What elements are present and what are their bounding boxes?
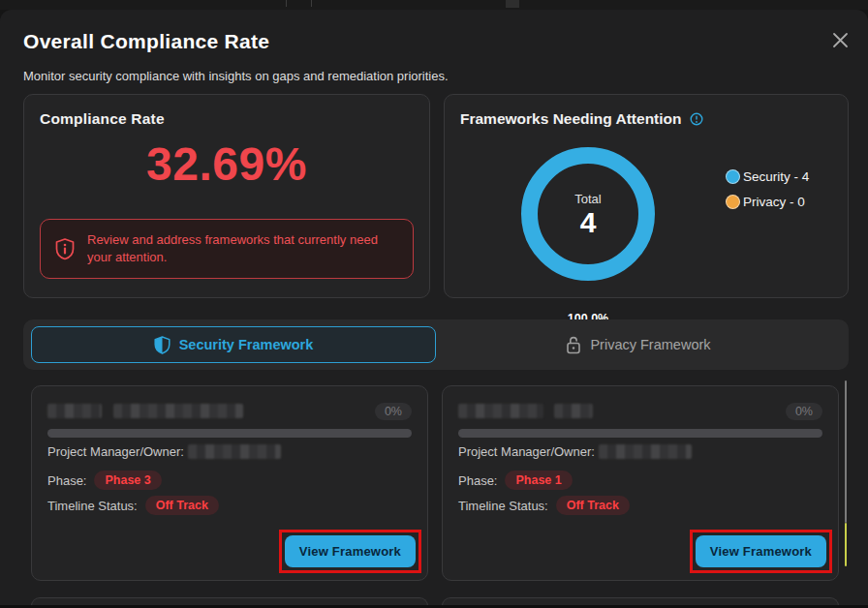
lock-icon: [566, 336, 581, 354]
page-title: Overall Compliance Rate: [23, 30, 269, 53]
progress-percent-badge: 0%: [375, 403, 412, 420]
timeline-status-label: Timeline Status:: [458, 499, 548, 513]
redacted-owner-name: [599, 444, 692, 459]
legend-item-privacy: Privacy - 0: [726, 195, 809, 209]
info-icon[interactable]: [690, 112, 703, 126]
shield-alert-icon: [54, 237, 76, 260]
framework-card: 0% Project Manager/Owner: Phase: Phase 1…: [442, 385, 839, 581]
card-title: Compliance Rate: [40, 110, 165, 128]
progress-bar: [458, 429, 822, 438]
owner-label: Project Manager/Owner:: [458, 444, 595, 459]
privacy-dot-icon: [726, 195, 740, 209]
close-icon[interactable]: [827, 27, 852, 52]
owner-label: Project Manager/Owner:: [47, 444, 184, 459]
background-divider: [286, 0, 287, 7]
redacted-framework-name: [47, 404, 102, 418]
donut-total-value: 4: [580, 208, 597, 237]
phase-label: Phase:: [47, 473, 86, 488]
redacted-owner-name: [188, 444, 281, 459]
annotation-highlight: View Framework: [279, 530, 421, 573]
legend-label: Security - 4: [743, 169, 809, 184]
legend-item-security: Security - 4: [726, 169, 809, 184]
timeline-status-badge: Off Track: [145, 496, 219, 515]
view-framework-button[interactable]: View Framework: [696, 535, 826, 567]
scrollbar[interactable]: [845, 380, 847, 574]
framework-card: 0% Project Manager/Owner: Phase: Phase 3…: [31, 385, 428, 581]
progress-percent-badge: 0%: [786, 403, 822, 420]
background-divider: [311, 0, 312, 7]
donut-chart: Total 4 100.0%: [521, 147, 655, 281]
alert-message: Review and address frameworks that curre…: [87, 231, 399, 266]
annotation-highlight: View Framework: [690, 530, 832, 573]
tab-label: Security Framework: [179, 337, 314, 352]
tab-privacy-framework[interactable]: Privacy Framework: [436, 326, 841, 363]
scrollbar-indicator: [845, 523, 847, 566]
compliance-rate-value: 32.69%: [24, 137, 429, 191]
attention-alert: Review and address frameworks that curre…: [40, 219, 414, 279]
scrollbar-track-line: [845, 380, 847, 523]
legend-label: Privacy - 0: [743, 195, 805, 209]
timeline-status-label: Timeline Status:: [47, 499, 138, 513]
tab-security-framework[interactable]: Security Framework: [31, 326, 436, 363]
view-framework-button[interactable]: View Framework: [285, 535, 416, 567]
redacted-framework-name: [113, 404, 243, 418]
redacted-framework-name: [554, 404, 593, 418]
card-title: Frameworks Needing Attention: [460, 110, 682, 128]
chart-legend: Security - 4 Privacy - 0: [726, 169, 809, 209]
background-page-edge: [0, 0, 868, 10]
shield-icon: [154, 336, 170, 354]
screen: Overall Compliance Rate Monitor security…: [0, 0, 868, 608]
background-element: [506, 0, 519, 8]
modal-subtitle: Monitor security compliance with insight…: [23, 69, 449, 83]
compliance-modal: Overall Compliance Rate Monitor security…: [0, 10, 868, 606]
frameworks-attention-card: Frameworks Needing Attention Total 4: [444, 94, 849, 298]
donut-total-label: Total: [574, 192, 601, 206]
tab-label: Privacy Framework: [590, 337, 710, 352]
timeline-status-badge: Off Track: [556, 496, 630, 515]
phase-badge: Phase 1: [505, 471, 572, 490]
security-dot-icon: [726, 169, 740, 184]
phase-badge: Phase 3: [94, 471, 161, 490]
phase-label: Phase:: [458, 473, 497, 488]
donut-center: Total 4: [521, 147, 655, 281]
compliance-rate-card: Compliance Rate 32.69% Review and addres…: [23, 94, 430, 298]
framework-tabs: Security Framework Privacy Framework: [23, 319, 849, 370]
progress-bar: [47, 429, 412, 438]
redacted-framework-name: [458, 404, 543, 418]
